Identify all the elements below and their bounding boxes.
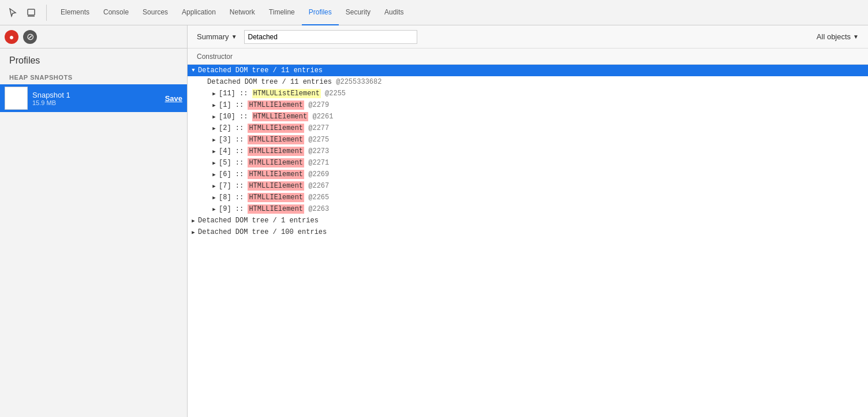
table-row[interactable]: Detached DOM tree / 100 entries bbox=[188, 226, 868, 238]
tree-toggle-icon bbox=[211, 102, 218, 109]
tab-application[interactable]: Application bbox=[175, 0, 223, 25]
tree-cell-text: [7] :: HTMLLIElement @2267 bbox=[219, 182, 329, 190]
tab-console[interactable]: Console bbox=[96, 0, 136, 25]
tab-timeline[interactable]: Timeline bbox=[262, 0, 302, 25]
objects-label: All objects bbox=[817, 32, 851, 41]
tree-cell-text: Detached DOM tree / 11 entries bbox=[198, 66, 323, 75]
sidebar-toolbar: ● ⊘ bbox=[0, 25, 187, 49]
svg-rect-0 bbox=[28, 9, 35, 15]
tree-toggle-icon bbox=[211, 148, 218, 155]
nav-icons bbox=[5, 5, 47, 21]
clear-button[interactable]: ⊘ bbox=[23, 30, 37, 44]
table-row[interactable]: Detached DOM tree / 11 entries @22553336… bbox=[188, 76, 868, 88]
snapshot-size: 15.9 MB bbox=[32, 99, 165, 106]
summary-label: Summary bbox=[197, 32, 229, 41]
tree-toggle-icon bbox=[211, 206, 218, 213]
tree-cell-text: [2] :: HTMLLIElement @2277 bbox=[219, 124, 329, 132]
table-row[interactable]: [3] :: HTMLLIElement @2275 bbox=[188, 134, 868, 146]
snapshot-name: Snapshot 1 bbox=[32, 91, 165, 99]
table-row[interactable]: [8] :: HTMLLIElement @2265 bbox=[188, 192, 868, 203]
tree-cell-text: [6] :: HTMLLIElement @2269 bbox=[219, 170, 329, 178]
tree-toggle-icon bbox=[211, 136, 218, 143]
snapshot-save-link[interactable]: Save bbox=[165, 94, 182, 103]
tree-toggle-icon bbox=[199, 79, 206, 85]
content-toolbar: Summary ▼ All objects ▼ bbox=[188, 25, 868, 49]
nav-tabs: Elements Console Sources Application Net… bbox=[54, 0, 410, 25]
constructor-label: Constructor bbox=[197, 53, 233, 61]
table-row[interactable]: [1] :: HTMLLIElement @2279 bbox=[188, 99, 868, 111]
tree-cell-text: Detached DOM tree / 11 entries @22553336… bbox=[207, 78, 381, 86]
table-row[interactable]: [2] :: HTMLLIElement @2277 bbox=[188, 122, 868, 134]
tree-cell-text: Detached DOM tree / 1 entries bbox=[198, 217, 319, 225]
snapshot-item[interactable]: 🗒 Snapshot 1 15.9 MB Save bbox=[0, 84, 187, 112]
tree-toggle-icon bbox=[211, 90, 218, 97]
tab-sources[interactable]: Sources bbox=[136, 0, 175, 25]
cursor-icon[interactable] bbox=[5, 5, 21, 21]
tree-toggle-icon bbox=[211, 183, 218, 189]
tree-toggle-icon bbox=[211, 171, 218, 178]
snapshot-icon: 🗒 bbox=[5, 87, 28, 110]
top-nav: Elements Console Sources Application Net… bbox=[0, 0, 868, 25]
table-row[interactable]: [4] :: HTMLLIElement @2273 bbox=[188, 146, 868, 157]
sidebar-section-title: HEAP SNAPSHOTS bbox=[0, 70, 187, 84]
content-area: Summary ▼ All objects ▼ Constructor Deta… bbox=[188, 25, 868, 417]
sidebar-title: Profiles bbox=[0, 49, 187, 70]
main-layout: ● ⊘ Profiles HEAP SNAPSHOTS 🗒 Snapshot 1… bbox=[0, 25, 868, 417]
table-row[interactable]: [6] :: HTMLLIElement @2269 bbox=[188, 169, 868, 180]
tree-cell-text: [1] :: HTMLLIElement @2279 bbox=[219, 101, 329, 109]
table-row[interactable]: Detached DOM tree / 1 entries bbox=[188, 215, 868, 226]
tree-toggle-icon bbox=[211, 194, 218, 201]
table-row[interactable]: [11] :: HTMLUListElement @2255 bbox=[188, 88, 868, 99]
tab-audits[interactable]: Audits bbox=[377, 0, 410, 25]
tree-cell-text: [9] :: HTMLLIElement @2263 bbox=[219, 205, 329, 213]
tree-cell-text: Detached DOM tree / 100 entries bbox=[198, 228, 327, 236]
tree-cell-text: [10] :: HTMLLIElement @2261 bbox=[219, 113, 333, 121]
tab-profiles[interactable]: Profiles bbox=[302, 0, 339, 25]
objects-dropdown[interactable]: All objects ▼ bbox=[812, 30, 863, 43]
table-row[interactable]: [7] :: HTMLLIElement @2267 bbox=[188, 180, 868, 192]
summary-chevron-icon: ▼ bbox=[231, 33, 237, 40]
table-row[interactable]: Detached DOM tree / 11 entries bbox=[188, 65, 868, 76]
tab-security[interactable]: Security bbox=[339, 0, 377, 25]
tree-toggle-icon bbox=[211, 125, 218, 132]
summary-dropdown[interactable]: Summary ▼ bbox=[192, 30, 242, 43]
tree-cell-text: [5] :: HTMLLIElement @2271 bbox=[219, 159, 329, 167]
table-row[interactable]: [10] :: HTMLLIElement @2261 bbox=[188, 111, 868, 122]
tree-toggle-icon bbox=[190, 217, 197, 224]
tab-network[interactable]: Network bbox=[223, 0, 262, 25]
tree-content: Detached DOM tree / 11 entries Detached … bbox=[188, 65, 868, 417]
tab-elements[interactable]: Elements bbox=[54, 0, 96, 25]
table-row[interactable]: [5] :: HTMLLIElement @2271 bbox=[188, 157, 868, 169]
filter-input[interactable] bbox=[244, 30, 417, 44]
tree-cell-text: [4] :: HTMLLIElement @2273 bbox=[219, 147, 329, 155]
tree-toggle-icon bbox=[211, 113, 218, 120]
record-button[interactable]: ● bbox=[5, 30, 18, 44]
tree-toggle-icon bbox=[211, 159, 218, 166]
constructor-header: Constructor bbox=[188, 49, 868, 65]
tree-cell-text: [3] :: HTMLLIElement @2275 bbox=[219, 136, 329, 144]
snapshot-info: Snapshot 1 15.9 MB bbox=[32, 91, 165, 106]
sidebar: ● ⊘ Profiles HEAP SNAPSHOTS 🗒 Snapshot 1… bbox=[0, 25, 188, 417]
tree-cell-text: [8] :: HTMLLIElement @2265 bbox=[219, 193, 329, 202]
tree-cell-text: [11] :: HTMLUListElement @2255 bbox=[219, 90, 346, 98]
table-row[interactable]: [9] :: HTMLLIElement @2263 bbox=[188, 203, 868, 215]
objects-chevron-icon: ▼ bbox=[853, 33, 859, 40]
inspect-icon[interactable] bbox=[23, 5, 39, 21]
tree-toggle-icon bbox=[190, 67, 197, 74]
tree-toggle-icon bbox=[190, 229, 197, 236]
